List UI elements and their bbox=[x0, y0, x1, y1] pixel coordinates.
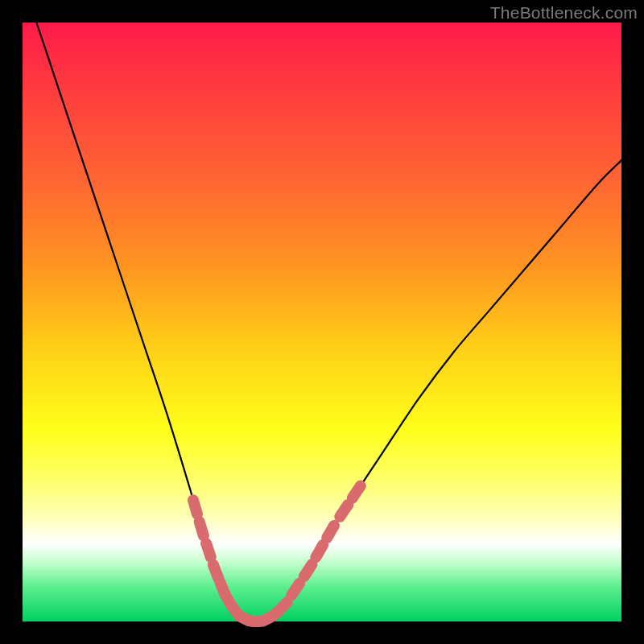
chart-accent-overlay bbox=[193, 485, 361, 613]
chart-plot-area bbox=[23, 23, 621, 621]
chart-accent-bottom bbox=[221, 583, 278, 621]
chart-svg bbox=[23, 23, 621, 621]
outer-frame: TheBottleneck.com bbox=[0, 0, 644, 644]
watermark-text: TheBottleneck.com bbox=[490, 3, 638, 23]
chart-curve bbox=[23, 0, 621, 622]
